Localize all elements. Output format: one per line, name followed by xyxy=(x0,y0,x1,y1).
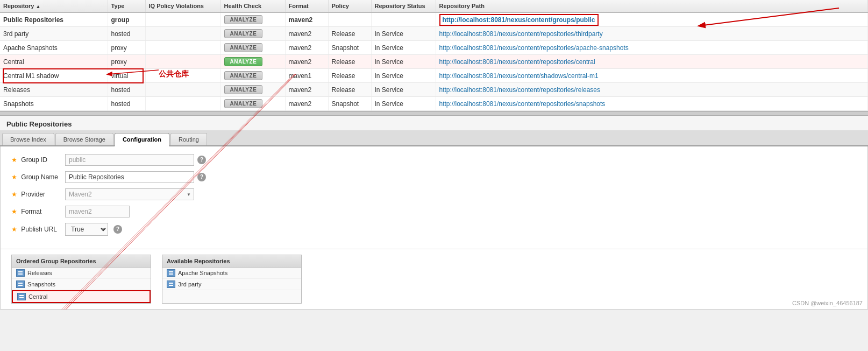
repo-path-link[interactable]: http://localhost:8081/nexus/content/repo… xyxy=(439,58,595,66)
publish-url-row: ★ Publish URL True False ? xyxy=(11,223,857,236)
repo-policy-cell: Snapshot xyxy=(328,97,371,111)
form-area: ★ Group ID ? ★ Group Name ? ★ Provider xyxy=(0,146,868,249)
group-name-info-icon[interactable]: ? xyxy=(197,173,206,181)
table-row[interactable]: 3rd partyhostedANALYZEmaven2ReleaseIn Se… xyxy=(0,27,868,41)
group-name-input[interactable] xyxy=(65,171,194,183)
analyze-button[interactable]: ANALYZE xyxy=(224,15,263,24)
required-star-5: ★ xyxy=(11,226,17,233)
table-row[interactable]: Apache SnapshotsproxyANALYZEmaven2Snapsh… xyxy=(0,41,868,55)
publish-url-info-icon[interactable]: ? xyxy=(113,225,122,234)
repo-policy-cell: Release xyxy=(328,27,371,41)
repo-icon-3rdparty xyxy=(167,280,175,288)
repo-path-link[interactable]: http://localhost:8081/nexus/content/shad… xyxy=(439,72,599,80)
tab-routing[interactable]: Routing xyxy=(170,133,207,145)
col-path[interactable]: Repository Path xyxy=(436,0,868,12)
required-star-4: ★ xyxy=(11,208,17,215)
group-name-label: ★ Group Name xyxy=(11,173,65,181)
table-row[interactable]: SnapshotshostedANALYZEmaven2SnapshotIn S… xyxy=(0,97,868,111)
repo-path-link[interactable]: http://localhost:8081/nexus/content/grou… xyxy=(439,14,599,26)
watermark: CSDN @weixin_46456187 xyxy=(792,300,863,306)
analyze-button[interactable]: ANALYZE xyxy=(224,99,263,108)
repo-path-cell: http://localhost:8081/nexus/content/repo… xyxy=(436,97,868,111)
required-star-3: ★ xyxy=(11,191,17,198)
available-repos-header: Available Repositories xyxy=(162,255,301,268)
repo-status-cell: In Service xyxy=(371,55,436,69)
repo-path-cell: http://localhost:8081/nexus/content/grou… xyxy=(436,12,868,27)
repo-healthcheck-cell[interactable]: ANALYZE xyxy=(220,27,285,41)
format-label: ★ Format xyxy=(11,208,65,215)
col-repository[interactable]: Repository xyxy=(0,0,108,12)
col-type[interactable]: Type xyxy=(108,0,145,12)
repo-path-link[interactable]: http://localhost:8081/nexus/content/repo… xyxy=(439,30,603,38)
available-item-apache[interactable]: Apache Snapshots xyxy=(162,268,301,279)
ordered-item-snapshots[interactable]: Snapshots xyxy=(12,279,151,290)
repo-name-cell: Public Repositories xyxy=(0,12,108,27)
repo-type-cell: hosted xyxy=(108,97,145,111)
col-healthcheck[interactable]: Health Check xyxy=(220,0,285,12)
table-row[interactable]: CentralproxyANALYZEmaven2ReleaseIn Servi… xyxy=(0,55,868,69)
group-id-input[interactable] xyxy=(65,154,194,166)
repo-healthcheck-cell[interactable]: ANALYZE xyxy=(220,69,285,83)
repo-policy-cell: Snapshot xyxy=(328,41,371,55)
ordered-group-repos-box: Ordered Group Repositories Releases Snap… xyxy=(11,255,151,304)
ordered-item-releases[interactable]: Releases xyxy=(12,268,151,279)
available-item-3rdparty-label: 3rd party xyxy=(178,281,201,287)
analyze-button[interactable]: ANALYZE xyxy=(224,71,263,80)
repo-format-cell: maven2 xyxy=(285,27,328,41)
tab-configuration[interactable]: Configuration xyxy=(115,133,169,146)
repo-iq-cell xyxy=(145,83,220,97)
table-row[interactable]: Public RepositoriesgroupANALYZEmaven2htt… xyxy=(0,12,868,27)
page-wrapper: Repository Type IQ Policy Violations Hea… xyxy=(0,0,868,310)
bottom-wrapper: Public Repositories Browse Index Browse … xyxy=(0,116,868,310)
provider-select[interactable]: Maven2 xyxy=(65,188,194,200)
repo-policy-cell: Release xyxy=(328,83,371,97)
repo-name-cell: Central xyxy=(0,55,108,69)
analyze-button[interactable]: ANALYZE xyxy=(224,43,263,52)
publish-url-controls: True False ? xyxy=(65,223,122,236)
col-iq[interactable]: IQ Policy Violations xyxy=(145,0,220,12)
repo-type-cell: hosted xyxy=(108,83,145,97)
repo-healthcheck-cell[interactable]: ANALYZE xyxy=(220,97,285,111)
group-name-row: ★ Group Name ? xyxy=(11,171,857,183)
publish-url-label: ★ Publish URL xyxy=(11,226,65,233)
group-id-info-icon[interactable]: ? xyxy=(197,156,206,164)
provider-select-wrapper: Maven2 xyxy=(65,188,194,200)
repo-path-cell: http://localhost:8081/nexus/content/shad… xyxy=(436,69,868,83)
repo-path-cell: http://localhost:8081/nexus/content/repo… xyxy=(436,41,868,55)
repo-format-cell: maven2 xyxy=(285,55,328,69)
col-policy[interactable]: Policy xyxy=(328,0,371,12)
repo-icon-central xyxy=(17,293,26,300)
analyze-button[interactable]: ANALYZE xyxy=(224,85,263,94)
ordered-item-central[interactable]: Central xyxy=(12,290,151,303)
format-row: ★ Format xyxy=(11,206,857,217)
required-star: ★ xyxy=(11,156,17,164)
repo-status-cell: In Service xyxy=(371,41,436,55)
available-item-apache-label: Apache Snapshots xyxy=(178,270,227,276)
col-status[interactable]: Repository Status xyxy=(371,0,436,12)
repo-path-link[interactable]: http://localhost:8081/nexus/content/repo… xyxy=(439,86,601,94)
tab-browse-storage[interactable]: Browse Storage xyxy=(55,133,113,145)
repo-healthcheck-cell[interactable]: ANALYZE xyxy=(220,55,285,69)
repo-healthcheck-cell[interactable]: ANALYZE xyxy=(220,12,285,27)
repo-status-cell: In Service xyxy=(371,69,436,83)
col-format[interactable]: Format xyxy=(285,0,328,12)
repo-type-cell: group xyxy=(108,12,145,27)
format-input xyxy=(65,206,130,217)
group-id-row: ★ Group ID ? xyxy=(11,154,857,166)
repo-healthcheck-cell[interactable]: ANALYZE xyxy=(220,83,285,97)
analyze-button[interactable]: ANALYZE xyxy=(224,29,263,38)
table-row[interactable]: Central M1 shadowvirtualANALYZEmaven1Rel… xyxy=(0,69,868,83)
analyze-button[interactable]: ANALYZE xyxy=(224,57,263,66)
repo-status-cell: In Service xyxy=(371,27,436,41)
tab-browse-index[interactable]: Browse Index xyxy=(2,133,54,145)
repo-type-cell: hosted xyxy=(108,27,145,41)
repository-table: Repository Type IQ Policy Violations Hea… xyxy=(0,0,868,111)
repo-path-link[interactable]: http://localhost:8081/nexus/content/repo… xyxy=(439,44,629,52)
publish-url-select[interactable]: True False xyxy=(65,223,108,236)
repo-path-cell: http://localhost:8081/nexus/content/repo… xyxy=(436,55,868,69)
repo-healthcheck-cell[interactable]: ANALYZE xyxy=(220,41,285,55)
available-item-3rdparty[interactable]: 3rd party xyxy=(162,279,301,290)
table-row[interactable]: ReleaseshostedANALYZEmaven2ReleaseIn Ser… xyxy=(0,83,868,97)
repo-path-link[interactable]: http://localhost:8081/nexus/content/repo… xyxy=(439,100,606,108)
ordered-item-central-label: Central xyxy=(29,293,47,300)
